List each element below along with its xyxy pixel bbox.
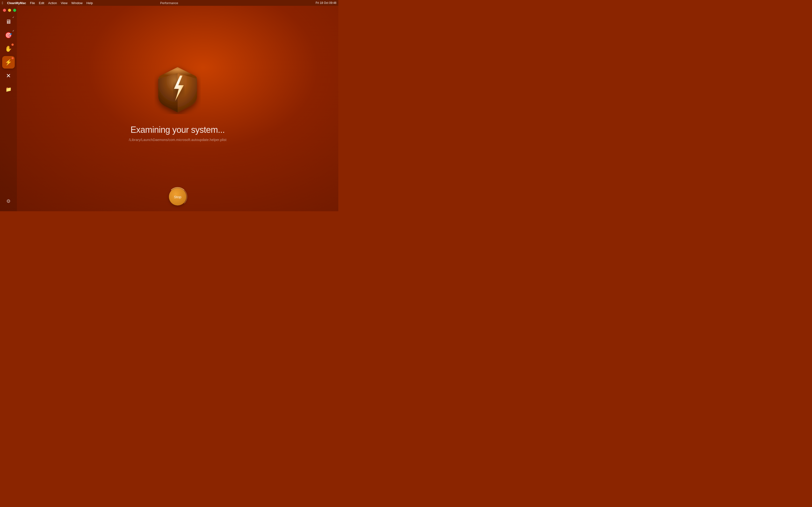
menubar-left:  CleanMyMac File Edit Action View Windo… bbox=[2, 1, 93, 5]
app-name[interactable]: CleanMyMac bbox=[7, 1, 26, 5]
sidebar-item-updater[interactable]: ✕ bbox=[2, 69, 15, 82]
bottom-area: Stop bbox=[17, 187, 338, 211]
close-button[interactable] bbox=[3, 9, 6, 12]
sidebar-item-settings[interactable]: ⚙ bbox=[2, 195, 15, 207]
performance-icon-wrapper bbox=[151, 61, 204, 115]
window-title: Performance bbox=[160, 1, 178, 5]
sidebar-item-privacy[interactable]: ✓ 🎯 bbox=[2, 29, 15, 42]
menubar:  CleanMyMac File Edit Action View Windo… bbox=[0, 0, 338, 6]
sidebar-item-performance[interactable]: ⚡ bbox=[2, 56, 15, 68]
performance-badge bbox=[11, 57, 14, 59]
extensions-badge bbox=[11, 44, 14, 46]
performance-logo bbox=[151, 61, 204, 114]
menu-file[interactable]: File bbox=[30, 1, 35, 5]
menubar-items: File Edit Action View Window Help bbox=[30, 1, 93, 5]
main-content: Examining your system... /Library/Launch… bbox=[17, 6, 338, 211]
extensions-icon: ✋ bbox=[5, 45, 12, 52]
check-icon: ✓ bbox=[12, 16, 14, 18]
menu-help[interactable]: Help bbox=[87, 1, 93, 5]
scanner-icon: 🖥 bbox=[6, 18, 11, 25]
check-icon-2: ✓ bbox=[12, 30, 14, 32]
sidebar-item-files[interactable]: 📁 bbox=[2, 83, 15, 96]
system-clock: Fri 18 Oct 09:48 bbox=[316, 1, 337, 5]
stop-button[interactable]: Stop bbox=[169, 188, 186, 206]
status-title: Examining your system... bbox=[131, 125, 225, 135]
sidebar-item-extensions[interactable]: ✋ bbox=[2, 43, 15, 55]
privacy-icon: 🎯 bbox=[5, 32, 12, 39]
main-window: ✓ 🖥 ✓ 🎯 ✋ ⚡ ✕ 📁 ⚙ bbox=[0, 6, 338, 211]
performance-icon-nav: ⚡ bbox=[5, 59, 12, 66]
updater-icon: ✕ bbox=[6, 72, 11, 79]
settings-icon: ⚙ bbox=[6, 198, 11, 204]
menu-view[interactable]: View bbox=[61, 1, 67, 5]
stop-button-container: Stop bbox=[168, 187, 187, 207]
menu-window[interactable]: Window bbox=[71, 1, 83, 5]
menubar-right: Fri 18 Oct 09:48 bbox=[316, 1, 337, 5]
maximize-button[interactable] bbox=[13, 9, 16, 12]
sidebar: ✓ 🖥 ✓ 🎯 ✋ ⚡ ✕ 📁 ⚙ bbox=[0, 6, 17, 211]
traffic-lights bbox=[3, 9, 16, 12]
menu-action[interactable]: Action bbox=[48, 1, 57, 5]
apple-menu[interactable]:  bbox=[2, 1, 3, 5]
status-subtitle: /Library/LaunchDaemons/com.microsoft.aut… bbox=[129, 138, 226, 142]
menu-edit[interactable]: Edit bbox=[39, 1, 44, 5]
sidebar-item-scanner[interactable]: ✓ 🖥 bbox=[2, 15, 15, 28]
files-icon: 📁 bbox=[6, 87, 12, 92]
minimize-button[interactable] bbox=[8, 9, 11, 12]
